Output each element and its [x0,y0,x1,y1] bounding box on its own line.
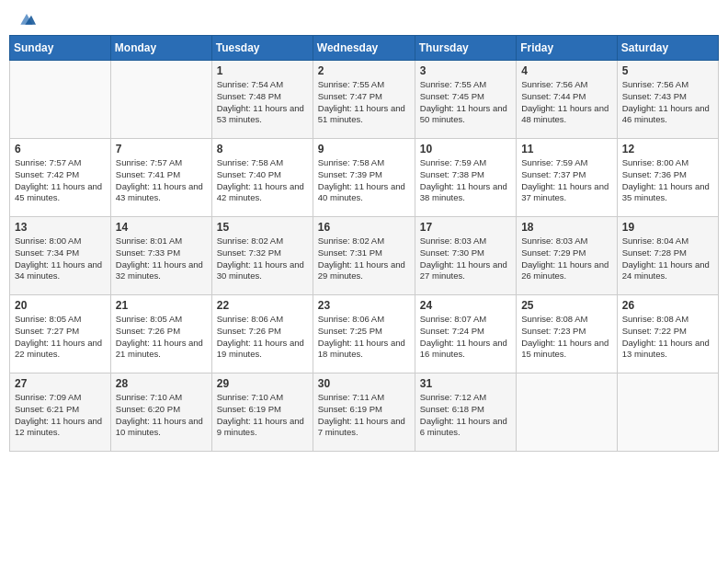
day-info: Sunrise: 7:55 AM Sunset: 7:47 PM Dayligh… [318,79,410,126]
logo [14,9,40,28]
logo-icon [17,9,36,28]
day-info: Sunrise: 8:00 AM Sunset: 7:36 PM Dayligh… [622,157,713,204]
day-number: 1 [217,64,308,77]
calendar-cell: 28Sunrise: 7:10 AM Sunset: 6:20 PM Dayli… [110,373,211,452]
day-info: Sunrise: 7:56 AM Sunset: 7:43 PM Dayligh… [622,79,713,126]
day-info: Sunrise: 8:03 AM Sunset: 7:29 PM Dayligh… [521,236,612,282]
day-number: 7 [116,143,207,155]
day-number: 23 [318,299,410,312]
day-of-week-header: Tuesday [211,36,313,61]
calendar-week-row: 27Sunrise: 7:09 AM Sunset: 6:21 PM Dayli… [10,373,719,452]
day-info: Sunrise: 7:58 AM Sunset: 7:40 PM Dayligh… [217,157,308,204]
calendar-cell: 7Sunrise: 7:57 AM Sunset: 7:41 PM Daylig… [110,139,211,217]
day-of-week-header: Wednesday [313,36,415,61]
day-number: 2 [318,64,410,77]
day-number: 22 [217,299,308,312]
calendar-cell: 5Sunrise: 7:56 AM Sunset: 7:43 PM Daylig… [617,61,718,139]
calendar-cell: 22Sunrise: 8:06 AM Sunset: 7:26 PM Dayli… [211,295,313,373]
calendar-cell: 24Sunrise: 8:07 AM Sunset: 7:24 PM Dayli… [415,295,516,373]
day-number: 30 [318,377,410,390]
day-info: Sunrise: 7:59 AM Sunset: 7:37 PM Dayligh… [521,157,612,204]
day-info: Sunrise: 7:55 AM Sunset: 7:45 PM Dayligh… [420,79,511,126]
day-info: Sunrise: 8:06 AM Sunset: 7:26 PM Dayligh… [217,314,308,361]
day-info: Sunrise: 8:08 AM Sunset: 7:23 PM Dayligh… [521,314,612,361]
day-info: Sunrise: 8:05 AM Sunset: 7:26 PM Dayligh… [116,314,207,361]
day-number: 9 [318,143,410,155]
calendar-cell: 10Sunrise: 7:59 AM Sunset: 7:38 PM Dayli… [415,139,516,217]
day-info: Sunrise: 7:57 AM Sunset: 7:41 PM Dayligh… [116,157,207,204]
day-info: Sunrise: 7:59 AM Sunset: 7:38 PM Dayligh… [420,157,511,204]
calendar-cell: 21Sunrise: 8:05 AM Sunset: 7:26 PM Dayli… [110,295,211,373]
calendar-week-row: 6Sunrise: 7:57 AM Sunset: 7:42 PM Daylig… [10,139,719,217]
calendar-week-row: 13Sunrise: 8:00 AM Sunset: 7:34 PM Dayli… [10,217,719,295]
calendar-week-row: 20Sunrise: 8:05 AM Sunset: 7:27 PM Dayli… [10,295,719,373]
day-info: Sunrise: 8:05 AM Sunset: 7:27 PM Dayligh… [15,314,106,361]
calendar-cell: 2Sunrise: 7:55 AM Sunset: 7:47 PM Daylig… [313,61,415,139]
day-number: 14 [116,221,207,234]
day-info: Sunrise: 8:03 AM Sunset: 7:30 PM Dayligh… [420,236,511,282]
calendar-cell: 14Sunrise: 8:01 AM Sunset: 7:33 PM Dayli… [110,217,211,295]
day-of-week-header: Friday [517,36,618,61]
calendar-cell: 20Sunrise: 8:05 AM Sunset: 7:27 PM Dayli… [10,295,111,373]
calendar-header-row: SundayMondayTuesdayWednesdayThursdayFrid… [10,36,719,61]
day-number: 17 [420,221,511,234]
calendar-cell: 11Sunrise: 7:59 AM Sunset: 7:37 PM Dayli… [517,139,618,217]
day-info: Sunrise: 7:56 AM Sunset: 7:44 PM Dayligh… [521,79,612,126]
day-of-week-header: Sunday [10,36,111,61]
calendar-cell [10,61,111,139]
day-info: Sunrise: 8:01 AM Sunset: 7:33 PM Dayligh… [116,236,207,282]
day-number: 8 [217,143,308,155]
day-number: 6 [15,143,106,155]
day-number: 11 [521,143,612,155]
day-of-week-header: Thursday [415,36,516,61]
calendar-week-row: 1Sunrise: 7:54 AM Sunset: 7:48 PM Daylig… [10,61,719,139]
calendar-cell: 8Sunrise: 7:58 AM Sunset: 7:40 PM Daylig… [211,139,313,217]
calendar-cell: 18Sunrise: 8:03 AM Sunset: 7:29 PM Dayli… [517,217,618,295]
day-number: 25 [521,299,612,312]
day-info: Sunrise: 7:11 AM Sunset: 6:19 PM Dayligh… [318,392,410,439]
day-number: 28 [116,377,207,390]
calendar-cell: 16Sunrise: 8:02 AM Sunset: 7:31 PM Dayli… [313,217,415,295]
day-number: 26 [622,299,713,312]
calendar-cell: 12Sunrise: 8:00 AM Sunset: 7:36 PM Dayli… [617,139,718,217]
day-number: 13 [15,221,106,234]
day-number: 15 [217,221,308,234]
day-number: 10 [420,143,511,155]
day-info: Sunrise: 7:12 AM Sunset: 6:18 PM Dayligh… [420,392,511,439]
calendar-cell: 4Sunrise: 7:56 AM Sunset: 7:44 PM Daylig… [517,61,618,139]
day-number: 31 [420,377,511,390]
day-info: Sunrise: 8:02 AM Sunset: 7:31 PM Dayligh… [318,236,410,282]
day-info: Sunrise: 7:10 AM Sunset: 6:19 PM Dayligh… [217,392,308,439]
day-number: 27 [15,377,106,390]
day-number: 5 [622,64,713,77]
calendar-table: SundayMondayTuesdayWednesdayThursdayFrid… [9,35,719,452]
calendar-cell [617,373,718,452]
day-number: 18 [521,221,612,234]
day-of-week-header: Monday [110,36,211,61]
day-info: Sunrise: 8:06 AM Sunset: 7:25 PM Dayligh… [318,314,410,361]
day-info: Sunrise: 7:58 AM Sunset: 7:39 PM Dayligh… [318,157,410,204]
calendar-cell: 26Sunrise: 8:08 AM Sunset: 7:22 PM Dayli… [617,295,718,373]
calendar-cell: 29Sunrise: 7:10 AM Sunset: 6:19 PM Dayli… [211,373,313,452]
day-info: Sunrise: 8:07 AM Sunset: 7:24 PM Dayligh… [420,314,511,361]
page-header [9,9,719,28]
day-info: Sunrise: 8:08 AM Sunset: 7:22 PM Dayligh… [622,314,713,361]
day-number: 3 [420,64,511,77]
day-info: Sunrise: 7:09 AM Sunset: 6:21 PM Dayligh… [15,392,106,439]
day-number: 4 [521,64,612,77]
day-of-week-header: Saturday [617,36,718,61]
day-info: Sunrise: 8:02 AM Sunset: 7:32 PM Dayligh… [217,236,308,282]
calendar-cell: 19Sunrise: 8:04 AM Sunset: 7:28 PM Dayli… [617,217,718,295]
day-info: Sunrise: 7:10 AM Sunset: 6:20 PM Dayligh… [116,392,207,439]
calendar-cell: 30Sunrise: 7:11 AM Sunset: 6:19 PM Dayli… [313,373,415,452]
day-info: Sunrise: 8:04 AM Sunset: 7:28 PM Dayligh… [622,236,713,282]
day-number: 19 [622,221,713,234]
calendar-cell: 27Sunrise: 7:09 AM Sunset: 6:21 PM Dayli… [10,373,111,452]
calendar-cell: 17Sunrise: 8:03 AM Sunset: 7:30 PM Dayli… [415,217,516,295]
calendar-cell: 9Sunrise: 7:58 AM Sunset: 7:39 PM Daylig… [313,139,415,217]
calendar-cell: 25Sunrise: 8:08 AM Sunset: 7:23 PM Dayli… [517,295,618,373]
day-info: Sunrise: 7:57 AM Sunset: 7:42 PM Dayligh… [15,157,106,204]
calendar-cell: 23Sunrise: 8:06 AM Sunset: 7:25 PM Dayli… [313,295,415,373]
calendar-cell: 13Sunrise: 8:00 AM Sunset: 7:34 PM Dayli… [10,217,111,295]
calendar-cell: 3Sunrise: 7:55 AM Sunset: 7:45 PM Daylig… [415,61,516,139]
